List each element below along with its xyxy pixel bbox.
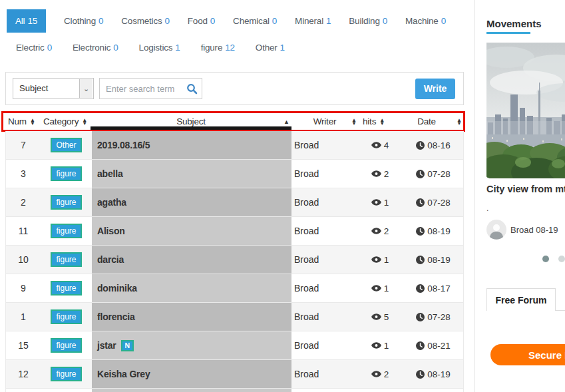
category-badge[interactable]: Other (51, 138, 81, 152)
tab-count: 0 (98, 16, 103, 26)
sort-icon: ▲▼ (379, 118, 385, 125)
tab-other[interactable]: Other1 (256, 43, 285, 53)
clock-icon (416, 198, 425, 207)
carousel-dots (542, 256, 565, 262)
tab-clothing[interactable]: Clothing0 (64, 16, 103, 26)
annotation-black-bar (91, 126, 291, 130)
table-row[interactable]: 12 figure Keisha Grey Broad 2 08-19 (6, 360, 463, 389)
tab-label: Machine (405, 16, 439, 26)
table-row[interactable]: 10 figure darcia Broad 1 08-19 (6, 246, 463, 274)
tab-chemical[interactable]: Chemical0 (233, 16, 277, 26)
post-subject-link[interactable]: Keisha Grey (92, 360, 291, 388)
eye-icon (371, 170, 381, 177)
tab-cosmetics[interactable]: Cosmetics0 (121, 16, 170, 26)
table-row[interactable]: 3 figure abella Broad 2 07-28 (6, 160, 463, 188)
new-post-badge: N (121, 340, 134, 351)
tab-count: 0 (47, 43, 52, 53)
tab-mineral[interactable]: Mineral1 (295, 16, 331, 26)
tab-label: Chemical (233, 16, 270, 26)
tab-label: Cosmetics (121, 16, 162, 26)
post-date: 08-19 (427, 369, 451, 379)
free-forum-tab[interactable]: Free Forum (486, 288, 556, 311)
sidebar-post-title[interactable]: City view from mt. Ba (486, 184, 565, 194)
movements-tab[interactable]: Movements (486, 18, 542, 29)
table-row[interactable]: 15 figure jstarN Broad 1 08-21 (6, 331, 463, 360)
category-tabs-row-1: All15 Clothing0 Cosmetics0 Food0 Chemica… (7, 8, 446, 33)
table-row[interactable]: 1 figure florencia Broad 5 07-28 (6, 303, 463, 331)
post-date: 08-19 (427, 226, 451, 236)
sidebar-post-author-row: Broad 08-19 (486, 220, 558, 240)
tab-count: 15 (27, 16, 37, 26)
category-badge[interactable]: figure (51, 166, 81, 181)
movements-active-underline (486, 32, 530, 34)
post-subject-link[interactable]: dominika (92, 274, 291, 302)
post-writer: Broad (291, 217, 358, 245)
secure-forum-button[interactable]: Secure Fo (490, 344, 565, 365)
tab-count: 0 (113, 43, 118, 53)
tab-building[interactable]: Building0 (349, 16, 387, 26)
search-field-select[interactable]: Subject ⌄ (13, 78, 94, 99)
eye-icon (371, 285, 381, 292)
search-icon[interactable] (186, 83, 198, 95)
post-subject-link[interactable]: Alison (92, 217, 291, 245)
tab-machine[interactable]: Machine0 (405, 16, 446, 26)
post-num: 12 (6, 360, 41, 388)
post-subject-link[interactable]: agatha (92, 188, 291, 216)
table-row[interactable]: 9 figure dominika Broad 1 08-17 (6, 274, 463, 303)
content-divider (474, 0, 475, 392)
post-subject-link[interactable]: florencia (92, 303, 291, 331)
category-badge[interactable]: figure (51, 224, 81, 238)
carousel-dot[interactable] (558, 256, 565, 262)
clock-icon (416, 170, 425, 178)
post-writer: Broad (291, 274, 358, 302)
tab-all[interactable]: All15 (7, 9, 46, 33)
post-subject-link[interactable]: jstarN (92, 331, 291, 359)
clock-icon (416, 284, 425, 293)
hits-count: 1 (384, 198, 389, 208)
category-badge[interactable]: figure (51, 338, 81, 353)
category-badge[interactable]: figure (51, 309, 81, 324)
column-header-num[interactable]: Num ▲▼ (8, 113, 35, 130)
tab-food[interactable]: Food0 (188, 16, 215, 26)
table-row[interactable]: 11 figure Alison Broad 2 08-19 (6, 217, 463, 246)
tab-figure[interactable]: figure12 (201, 43, 235, 53)
category-badge[interactable]: figure (51, 281, 81, 295)
post-subject-link[interactable]: darcia (92, 246, 291, 274)
clock-icon (416, 227, 425, 236)
avatar (486, 220, 506, 240)
tab-count: 0 (272, 16, 277, 26)
category-badge[interactable]: figure (51, 252, 81, 267)
post-date: 08-17 (427, 284, 451, 294)
post-num: 11 (6, 217, 41, 245)
post-subject-link[interactable]: abella (92, 160, 291, 188)
eye-icon (371, 199, 381, 206)
table-row[interactable]: 2 figure agatha Broad 1 07-28 (6, 188, 463, 217)
write-button[interactable]: Write (415, 79, 455, 99)
tab-logistics[interactable]: Logistics1 (139, 43, 180, 53)
post-num: 10 (6, 246, 41, 274)
tab-electric[interactable]: Electric0 (16, 43, 52, 53)
tab-count: 0 (165, 16, 170, 26)
column-header-category[interactable]: Category ▲▼ (43, 113, 87, 130)
sort-icon: ▲▼ (30, 118, 35, 125)
category-badge[interactable]: figure (51, 367, 81, 381)
post-writer: Broad (291, 188, 358, 216)
free-forum-tabbar-line (556, 310, 565, 311)
column-header-hits[interactable]: hits ▲▼ (363, 113, 385, 130)
tab-label: figure (201, 43, 223, 53)
category-tabs-row-2: Electric0 Electronic0 Logistics1 figure1… (16, 39, 285, 56)
column-header-date[interactable]: Date (401, 113, 452, 130)
post-num: 3 (6, 160, 41, 188)
post-num: 15 (6, 331, 41, 359)
post-thumbnail-city-photo[interactable] (486, 43, 565, 178)
table-row[interactable]: 7 Other 2019.08.16/5 Broad 4 08-16 (6, 131, 463, 160)
tab-count: 1 (326, 16, 331, 26)
post-subject-link[interactable]: 2019.08.16/5 (92, 131, 291, 159)
category-badge[interactable]: figure (51, 195, 81, 210)
eye-icon (371, 371, 381, 377)
tab-electronic[interactable]: Electronic0 (73, 43, 118, 53)
tab-count: 12 (225, 43, 235, 53)
hits-count: 4 (384, 140, 389, 150)
table-header-annotation-red-box: Num ▲▼ Category ▲▼ Subject ▲ Writer ▲▼ h… (1, 111, 465, 132)
carousel-dot-active[interactable] (542, 256, 549, 262)
